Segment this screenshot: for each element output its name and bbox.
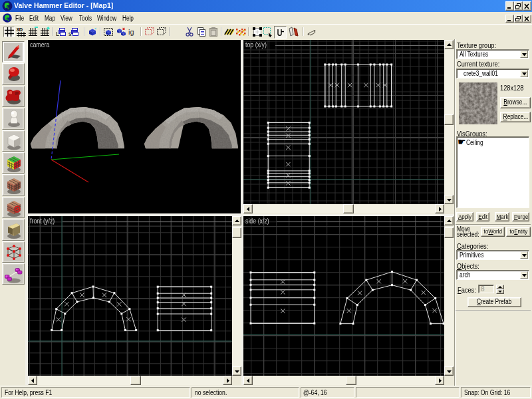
svg-text:ig: ig — [128, 28, 134, 36]
svg-text:3D: 3D — [17, 27, 23, 33]
